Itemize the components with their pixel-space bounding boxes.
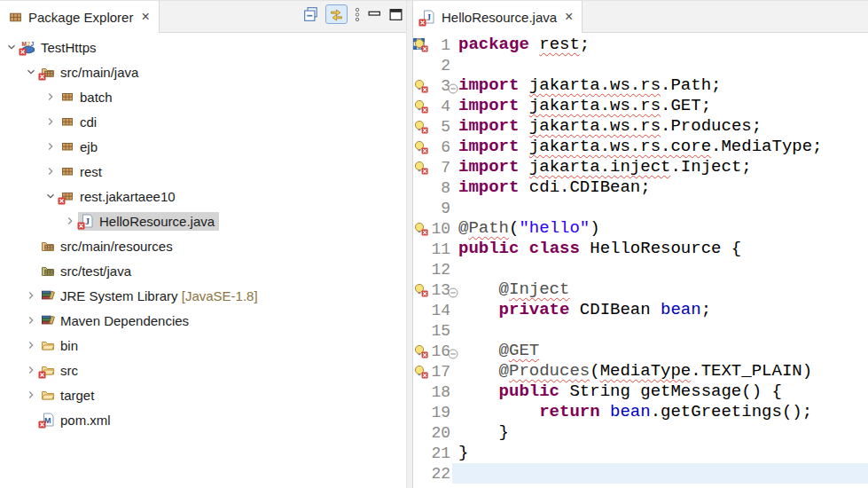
code-line-text[interactable] bbox=[452, 463, 868, 484]
tree-item-jre-system-library[interactable]: JRE System Library [JavaSE-1.8] bbox=[0, 283, 406, 308]
tree-item-cdi[interactable]: cdi bbox=[0, 109, 406, 134]
code-line-15[interactable]: 15 bbox=[413, 320, 868, 341]
code-line-text[interactable]: @GET bbox=[452, 341, 868, 361]
code-line-text[interactable]: @Inject bbox=[452, 279, 868, 300]
tree-item-body[interactable]: src/test/java bbox=[39, 262, 136, 280]
tree-item-pom-xml[interactable]: Mpom.xml bbox=[0, 407, 406, 432]
code-line-19[interactable]: 19 return bean.getGreetings(); bbox=[413, 402, 868, 422]
collapse-all-icon[interactable] bbox=[303, 6, 319, 22]
tree-item-body[interactable]: M2JTestHttps bbox=[20, 38, 101, 57]
code-line-22[interactable]: 22 bbox=[413, 463, 868, 484]
tree-item-src-main-java[interactable]: src/main/java bbox=[0, 59, 406, 84]
tree-item-body[interactable]: Mpom.xml bbox=[39, 411, 115, 429]
tree-selection[interactable]: JHelloResource.java bbox=[78, 212, 219, 231]
link-with-editor-icon[interactable] bbox=[325, 4, 348, 24]
code-line-text[interactable] bbox=[452, 259, 868, 279]
tab-helloresource-java[interactable]: J HelloResource.java × bbox=[413, 1, 583, 33]
code-editor[interactable]: 1package rest;23import jakarta.ws.rs.Pat… bbox=[413, 33, 868, 488]
view-menu-icon[interactable] bbox=[354, 7, 361, 22]
code-line-text[interactable]: @Produces(MediaType.TEXT_PLAIN) bbox=[452, 361, 868, 382]
code-line-8[interactable]: 8import cdi.CDIBean; bbox=[413, 177, 868, 198]
code-line-text[interactable] bbox=[452, 198, 868, 218]
chevron-collapsed-icon[interactable] bbox=[43, 163, 59, 179]
maximize-icon[interactable] bbox=[388, 7, 403, 22]
code-line-text[interactable]: return bean.getGreetings(); bbox=[452, 402, 868, 422]
tree-item-body[interactable]: JRE System Library [JavaSE-1.8] bbox=[39, 287, 262, 305]
code-line-21[interactable]: 21} bbox=[413, 443, 868, 463]
code-line-text[interactable] bbox=[452, 320, 868, 341]
tree-item-bin[interactable]: bin bbox=[0, 333, 406, 358]
code-line-text[interactable]: import jakarta.ws.rs.Path; bbox=[452, 75, 868, 96]
tree-item-src-test-java[interactable]: src/test/java bbox=[0, 258, 406, 283]
chevron-collapsed-icon[interactable] bbox=[23, 312, 39, 328]
code-line-text[interactable]: private CDIBean bean; bbox=[452, 300, 868, 320]
code-line-text[interactable]: public class HelloResource { bbox=[452, 239, 868, 259]
code-line-16[interactable]: 16 @GET bbox=[413, 341, 868, 361]
chevron-collapsed-icon[interactable] bbox=[43, 114, 59, 130]
chevron-collapsed-icon[interactable] bbox=[62, 213, 78, 229]
code-line-7[interactable]: 7import jakarta.inject.Inject; bbox=[413, 157, 868, 177]
code-line-2[interactable]: 2 bbox=[413, 55, 868, 75]
tree-item-testhttps[interactable]: M2JTestHttps bbox=[0, 35, 406, 59]
tree-item-body[interactable]: src bbox=[39, 361, 82, 380]
chevron-collapsed-icon[interactable] bbox=[43, 138, 59, 154]
tree-item-helloresource-java[interactable]: JHelloResource.java bbox=[0, 209, 406, 233]
tree-item-body[interactable]: src/main/java bbox=[39, 63, 143, 82]
code-line-text[interactable]: import jakarta.ws.rs.GET; bbox=[452, 96, 868, 116]
tree-item-body[interactable]: cdi bbox=[59, 113, 101, 131]
tree-item-body[interactable]: batch bbox=[59, 88, 117, 106]
code-line-11[interactable]: 11public class HelloResource { bbox=[413, 239, 868, 259]
tab-package-explorer[interactable]: Package Explorer × bbox=[0, 1, 160, 33]
chevron-collapsed-icon[interactable] bbox=[23, 337, 39, 353]
code-line-6[interactable]: 6import jakarta.ws.rs.core.MediaType; bbox=[413, 137, 868, 157]
tree-item-body[interactable]: bin bbox=[39, 336, 82, 355]
code-line-18[interactable]: 18 public String getMessage() { bbox=[413, 382, 868, 402]
tree-item-target[interactable]: target bbox=[0, 382, 406, 407]
tree-item-maven-dependencies[interactable]: Maven Dependencies bbox=[0, 308, 406, 333]
code-line-text[interactable]: @Path("hello") bbox=[452, 218, 868, 239]
tree-item-ejb[interactable]: ejb bbox=[0, 134, 406, 159]
tree-item-body[interactable]: target bbox=[39, 386, 98, 405]
code-line-text[interactable]: } bbox=[452, 443, 868, 463]
code-line-text[interactable]: public String getMessage() { bbox=[452, 382, 868, 402]
tree-item-batch[interactable]: batch bbox=[0, 84, 406, 109]
close-icon[interactable]: × bbox=[565, 10, 573, 24]
code-line-text[interactable]: } bbox=[452, 422, 868, 443]
chevron-expanded-icon[interactable] bbox=[23, 64, 39, 80]
code-line-13[interactable]: 13 @Inject bbox=[413, 279, 868, 300]
tree-item-src-main-resources[interactable]: src/main/resources bbox=[0, 233, 406, 258]
chevron-collapsed-icon[interactable] bbox=[43, 89, 59, 105]
tree-item-body[interactable]: rest.jakartaee10 bbox=[59, 187, 180, 206]
tree-item-body[interactable]: src/main/resources bbox=[39, 237, 177, 256]
chevron-collapsed-icon[interactable] bbox=[23, 387, 39, 403]
tree-item-rest[interactable]: rest bbox=[0, 159, 406, 184]
eclipse-window: Package Explorer × M2JTestHttpssrc/main/… bbox=[0, 0, 868, 488]
code-line-1[interactable]: 1package rest; bbox=[413, 35, 868, 55]
code-line-9[interactable]: 9 bbox=[413, 198, 868, 218]
code-line-10[interactable]: 10@Path("hello") bbox=[413, 218, 868, 239]
close-icon[interactable]: × bbox=[141, 10, 149, 24]
code-line-text[interactable]: package rest; bbox=[452, 35, 868, 55]
code-line-5[interactable]: 5import jakarta.ws.rs.Produces; bbox=[413, 116, 868, 137]
chevron-expanded-icon[interactable] bbox=[4, 39, 20, 55]
minimize-icon[interactable] bbox=[367, 7, 382, 22]
tree-item-src[interactable]: src bbox=[0, 358, 406, 382]
code-line-text[interactable]: import jakarta.ws.rs.Produces; bbox=[452, 116, 868, 137]
code-line-20[interactable]: 20 } bbox=[413, 422, 868, 443]
code-line-14[interactable]: 14 private CDIBean bean; bbox=[413, 300, 868, 320]
code-line-text[interactable]: import jakarta.ws.rs.core.MediaType; bbox=[452, 137, 868, 157]
chevron-collapsed-icon[interactable] bbox=[23, 362, 39, 378]
code-line-text[interactable]: import jakarta.inject.Inject; bbox=[452, 157, 868, 177]
chevron-expanded-icon[interactable] bbox=[43, 188, 59, 204]
code-line-text[interactable] bbox=[452, 55, 868, 75]
code-line-4[interactable]: 4import jakarta.ws.rs.GET; bbox=[413, 96, 868, 116]
tree-item-body[interactable]: rest bbox=[59, 162, 106, 181]
code-line-12[interactable]: 12 bbox=[413, 259, 868, 279]
tree-item-body[interactable]: Maven Dependencies bbox=[39, 311, 193, 330]
tree-item-body[interactable]: ejb bbox=[59, 138, 102, 156]
code-line-3[interactable]: 3import jakarta.ws.rs.Path; bbox=[413, 75, 868, 96]
tree-item-rest-jakartaee10[interactable]: rest.jakartaee10 bbox=[0, 184, 406, 209]
code-line-text[interactable]: import cdi.CDIBean; bbox=[452, 177, 868, 198]
code-line-17[interactable]: 17 @Produces(MediaType.TEXT_PLAIN) bbox=[413, 361, 868, 382]
chevron-collapsed-icon[interactable] bbox=[23, 287, 39, 303]
